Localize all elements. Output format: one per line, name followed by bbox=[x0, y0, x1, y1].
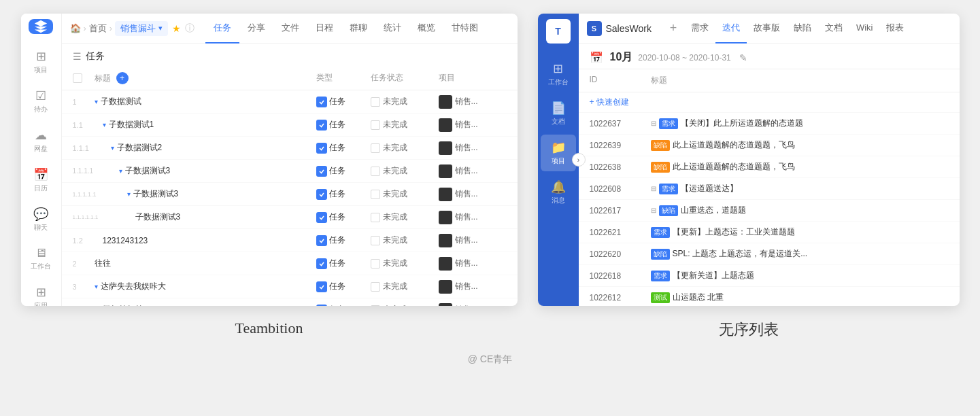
hamburger-icon: ☰ bbox=[73, 51, 82, 62]
add-task-button[interactable]: + bbox=[116, 72, 129, 84]
tab-iteration[interactable]: 迭代 bbox=[715, 14, 747, 44]
task-type-icon bbox=[316, 143, 327, 154]
status-checkbox[interactable] bbox=[371, 97, 380, 107]
home-link[interactable]: 🏠 bbox=[70, 23, 81, 33]
expand-icon[interactable]: ⊟ bbox=[651, 120, 656, 127]
task-type-icon bbox=[316, 97, 327, 107]
project-icon bbox=[439, 280, 452, 294]
tab-group-chat[interactable]: 群聊 bbox=[341, 14, 375, 44]
project-icon bbox=[439, 118, 452, 132]
teambition-label: Teambition bbox=[235, 319, 303, 337]
sidebar-item-project[interactable]: ⊞ 项目 bbox=[23, 44, 58, 80]
status-checkbox[interactable] bbox=[371, 190, 380, 199]
status-badge: 需求 bbox=[651, 227, 670, 238]
docs-icon: 📄 bbox=[551, 101, 566, 116]
tab-defects[interactable]: 缺陷 bbox=[787, 14, 818, 44]
status-checkbox[interactable] bbox=[371, 120, 380, 130]
status-badge: 需求 bbox=[659, 184, 678, 194]
sw-main: S SalesWork + 需求 迭代 故事版 缺陷 文档 Wiki 报表 bbox=[579, 14, 960, 306]
current-project[interactable]: 销售漏斗 ▾ bbox=[115, 21, 168, 36]
table-row: 1 ▾ 子数据测试 任务 未完成 bbox=[62, 90, 518, 114]
status-checkbox[interactable] bbox=[371, 236, 380, 245]
type-col-header: 类型 bbox=[316, 69, 371, 87]
select-all-checkbox[interactable] bbox=[73, 73, 82, 83]
tb-main: 🏠 › 首页 › 销售漏斗 ▾ ★ ⓘ 任务 分享 文件 bbox=[62, 14, 518, 306]
sidebar-item-chat[interactable]: 💬 聊天 bbox=[23, 201, 58, 238]
tab-share[interactable]: 分享 bbox=[239, 14, 273, 44]
app-logo-square: S bbox=[587, 21, 602, 36]
tab-files[interactable]: 文件 bbox=[273, 14, 307, 44]
expand-icon[interactable]: ▾ bbox=[95, 98, 98, 105]
project-col-header: 项目 bbox=[439, 69, 507, 87]
status-checkbox[interactable] bbox=[371, 259, 380, 268]
status-checkbox[interactable] bbox=[371, 213, 380, 222]
task-type-icon bbox=[316, 305, 327, 307]
tab-stats[interactable]: 统计 bbox=[375, 14, 409, 44]
task-type-icon bbox=[316, 189, 327, 200]
table-row: 1022620 缺陷 SPL: 上题态 上题态运，有是运道关... bbox=[579, 243, 960, 265]
sprint-date-range: 2020-10-08 ~ 2020-10-31 bbox=[638, 53, 730, 63]
expand-icon[interactable]: ▾ bbox=[127, 190, 131, 198]
sw-header: S SalesWork + 需求 迭代 故事版 缺陷 文档 Wiki 报表 bbox=[579, 14, 960, 44]
task-type-icon bbox=[316, 120, 327, 131]
add-button[interactable]: + bbox=[665, 20, 681, 37]
tab-overview[interactable]: 概览 bbox=[409, 14, 443, 44]
sidebar-item-pending[interactable]: ☑ 待办 bbox=[23, 83, 58, 120]
home-label[interactable]: 首页 bbox=[89, 22, 107, 35]
table-row: 1.1 ▾ 子数据测试1 任务 未完成 bbox=[62, 114, 518, 137]
expand-icon[interactable]: ⊟ bbox=[651, 207, 656, 214]
title-col-header: 标题 bbox=[651, 72, 949, 89]
sw-sidebar-workspace[interactable]: ⊞ 工作台 bbox=[541, 56, 576, 92]
sidebar-item-apps[interactable]: ⊞ 应用 bbox=[23, 279, 58, 306]
info-icon[interactable]: ⓘ bbox=[185, 22, 195, 35]
table-row: 1.2 1231243123 任务 未完成 bbox=[62, 229, 518, 252]
expand-icon[interactable]: ▾ bbox=[111, 144, 114, 152]
status-checkbox[interactable] bbox=[371, 282, 380, 292]
project-icon bbox=[439, 257, 452, 271]
status-checkbox[interactable] bbox=[371, 167, 380, 176]
star-icon[interactable]: ★ bbox=[172, 23, 181, 34]
table-header: 标题 + 类型 任务状态 项目 bbox=[62, 67, 518, 90]
tab-requirements[interactable]: 需求 bbox=[684, 14, 715, 44]
sidebar-item-calendar[interactable]: 📅 日历 bbox=[23, 162, 58, 198]
sidebar-item-workspace[interactable]: 🖥 工作台 bbox=[23, 241, 58, 277]
sw-sidebar-project[interactable]: 📁 项目 bbox=[541, 135, 576, 171]
sidebar-collapse-button[interactable]: › bbox=[572, 153, 586, 167]
tab-gantt[interactable]: 甘特图 bbox=[443, 14, 486, 44]
workspace-icon: 🖥 bbox=[35, 246, 47, 260]
project-icon bbox=[439, 303, 452, 307]
header-nav-tabs: 任务 分享 文件 日程 群聊 统计 概览 甘特图 bbox=[205, 14, 486, 44]
tab-tasks[interactable]: 任务 bbox=[205, 14, 239, 44]
status-checkbox[interactable] bbox=[371, 143, 380, 153]
saleswork-label: 无序列表 bbox=[719, 319, 779, 340]
workspace-icon: ⊞ bbox=[553, 61, 563, 76]
sw-sidebar-messages[interactable]: 🔔 消息 bbox=[541, 174, 576, 211]
tab-wiki[interactable]: Wiki bbox=[849, 14, 880, 44]
task-type-icon bbox=[316, 281, 327, 292]
quick-create-button[interactable]: + 快速创建 bbox=[579, 92, 960, 113]
id-col-header: ID bbox=[590, 72, 651, 89]
table-row: 2 往往 任务 未完成 bbox=[62, 252, 518, 275]
tab-reports[interactable]: 报表 bbox=[879, 14, 911, 44]
status-checkbox[interactable] bbox=[371, 305, 380, 307]
expand-icon[interactable]: ▾ bbox=[119, 167, 122, 175]
sidebar-item-cloud[interactable]: ☁ 网盘 bbox=[23, 122, 58, 159]
saleswork-section: T ⊞ 工作台 📄 文档 📁 项目 🔔 消息 › bbox=[538, 14, 960, 340]
task-title: 任务 bbox=[86, 50, 105, 63]
sprint-edit-icon[interactable]: ✎ bbox=[739, 52, 747, 63]
sw-sidebar-docs[interactable]: 📄 文档 bbox=[541, 95, 576, 132]
checkbox-col bbox=[73, 69, 95, 87]
expand-icon[interactable]: ⊟ bbox=[651, 185, 656, 192]
tab-schedule[interactable]: 日程 bbox=[307, 14, 341, 44]
expand-icon[interactable]: ▾ bbox=[103, 121, 106, 128]
project-icon bbox=[439, 234, 452, 247]
table-row: 1022612 测试 山运题态 北重 bbox=[579, 287, 960, 306]
sprint-label: 10月 bbox=[610, 50, 633, 65]
table-row: 3 ▾ 达萨失去我娱咔大 任务 未完成 bbox=[62, 275, 518, 298]
sw-logo: T bbox=[546, 19, 571, 44]
expand-icon[interactable]: ▾ bbox=[95, 283, 98, 290]
table-row: 1022638 缺陷 此上运道题题解的态道题题，飞鸟 bbox=[579, 156, 960, 178]
tab-storyboard[interactable]: 故事版 bbox=[747, 14, 787, 44]
tab-docs[interactable]: 文档 bbox=[818, 14, 849, 44]
calendar-icon: 📅 bbox=[590, 51, 603, 64]
